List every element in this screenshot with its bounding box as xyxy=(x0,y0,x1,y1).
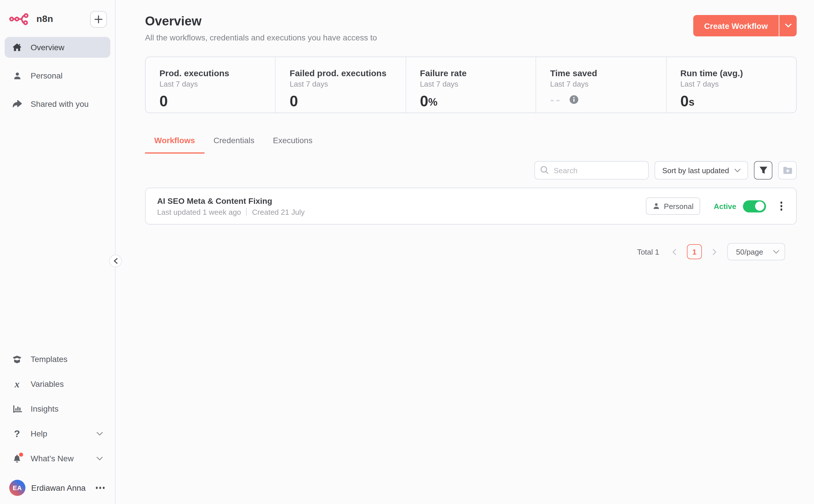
search-box xyxy=(535,161,649,180)
tab-executions[interactable]: Executions xyxy=(264,136,322,154)
stat-card-failure-rate: Failure rate Last 7 days 0% xyxy=(405,57,536,113)
stats-summary: Prod. executions Last 7 days 0 Failed pr… xyxy=(145,57,797,113)
stat-period: Last 7 days xyxy=(680,80,782,88)
sidebar-item-label: Shared with you xyxy=(31,99,89,109)
sidebar-item-variables[interactable]: x Variables xyxy=(5,374,110,394)
user-icon xyxy=(653,203,660,210)
stat-period: Last 7 days xyxy=(550,80,652,88)
home-icon xyxy=(12,43,22,52)
stat-label: Prod. executions xyxy=(159,68,261,78)
toggle-knob xyxy=(755,201,764,211)
pagination: Total 1 1 50/page xyxy=(145,243,797,260)
tab-credentials[interactable]: Credentials xyxy=(204,136,264,154)
ellipsis-icon[interactable] xyxy=(96,487,105,489)
pagination-total: Total 1 xyxy=(637,247,659,256)
chevron-down-icon xyxy=(785,24,791,28)
sidebar-item-label: Variables xyxy=(31,379,64,389)
stat-value: 0 xyxy=(159,94,261,109)
stat-period: Last 7 days xyxy=(290,80,392,88)
stat-label: Run time (avg.) xyxy=(680,68,782,78)
page-size-select[interactable]: 50/page xyxy=(727,243,785,260)
workflow-controls: Personal Active xyxy=(646,197,785,215)
sidebar-item-insights[interactable]: Insights xyxy=(5,398,110,419)
stat-label: Failed prod. executions xyxy=(290,68,392,78)
question-icon: ? xyxy=(12,429,22,438)
sidebar-item-help[interactable]: ? Help xyxy=(5,423,110,444)
sidebar-bottom-nav: Templates x Variables I xyxy=(5,349,110,496)
owner-badge[interactable]: Personal xyxy=(646,197,701,215)
info-icon[interactable] xyxy=(570,95,578,104)
box-icon xyxy=(12,355,22,363)
next-page-button[interactable] xyxy=(711,247,718,256)
user-name: Erdiawan Anna xyxy=(31,483,85,492)
filter-button[interactable] xyxy=(754,161,772,180)
user-menu[interactable]: EA Erdiawan Anna xyxy=(5,473,110,496)
brand-name: n8n xyxy=(36,14,53,24)
new-folder-button[interactable] xyxy=(778,161,797,180)
page-title: Overview xyxy=(145,14,377,29)
sidebar-nav: Overview Personal Shared with you xyxy=(5,37,110,122)
chart-icon xyxy=(12,405,22,413)
page-subtitle: All the workflows, credentials and execu… xyxy=(145,33,377,42)
create-workflow-split-button: Create Workflow xyxy=(693,15,797,36)
stat-value: 0% xyxy=(420,94,522,109)
sidebar-item-label: Templates xyxy=(31,354,68,364)
kebab-menu-icon[interactable] xyxy=(778,199,785,213)
search-input[interactable] xyxy=(535,161,649,180)
avatar: EA xyxy=(9,480,25,496)
sidebar-item-label: What’s New xyxy=(31,454,74,463)
create-workflow-button[interactable]: Create Workflow xyxy=(693,15,779,36)
create-workflow-dropdown-button[interactable] xyxy=(779,15,797,36)
stat-card-failed-executions: Failed prod. executions Last 7 days 0 xyxy=(275,57,405,113)
plus-icon xyxy=(94,15,103,23)
sidebar-item-label: Help xyxy=(31,429,47,438)
sidebar-item-label: Insights xyxy=(31,404,59,413)
workflow-meta: Last updated 1 week ago Created 21 July xyxy=(157,208,305,216)
workflow-info: AI SEO Meta & Content Fixing Last update… xyxy=(157,196,305,216)
sidebar-item-templates[interactable]: Templates xyxy=(5,349,110,369)
page-number-button[interactable]: 1 xyxy=(687,244,702,259)
folder-plus-icon xyxy=(783,166,792,174)
user-icon xyxy=(12,71,22,80)
page-size-value: 50/page xyxy=(736,247,763,256)
stat-card-run-time: Run time (avg.) Last 7 days 0s xyxy=(666,57,796,113)
workflow-row[interactable]: AI SEO Meta & Content Fixing Last update… xyxy=(145,188,797,225)
filter-icon xyxy=(759,166,768,174)
bell-icon xyxy=(12,454,22,463)
sidebar-item-whats-new[interactable]: What’s New xyxy=(5,448,110,469)
notification-dot xyxy=(19,453,23,457)
sort-label: Sort by last updated xyxy=(662,166,729,175)
stat-value: 0 xyxy=(290,94,392,109)
sidebar-item-label: Personal xyxy=(31,71,63,80)
logo-row: n8n xyxy=(5,7,110,30)
stat-label: Failure rate xyxy=(420,68,522,78)
prev-page-button[interactable] xyxy=(671,247,678,256)
sort-dropdown[interactable]: Sort by last updated xyxy=(655,161,748,180)
stat-period: Last 7 days xyxy=(159,80,261,88)
meta-divider xyxy=(246,208,247,216)
status-label: Active xyxy=(714,202,736,210)
page-header: Overview All the workflows, credentials … xyxy=(145,14,797,42)
app-root: n8n Overview xyxy=(0,0,814,504)
search-icon xyxy=(541,166,549,177)
sidebar-item-personal[interactable]: Personal xyxy=(5,65,110,86)
stat-label: Time saved xyxy=(550,68,652,78)
chevron-down-icon xyxy=(734,168,741,172)
workflow-updated: Last updated 1 week ago xyxy=(157,208,241,216)
sidebar-item-shared[interactable]: Shared with you xyxy=(5,94,110,114)
tab-workflows[interactable]: Workflows xyxy=(145,136,204,154)
tab-bar: Workflows Credentials Executions xyxy=(145,136,797,154)
sidebar-item-label: Overview xyxy=(31,43,64,52)
active-toggle[interactable] xyxy=(743,200,766,212)
new-workflow-button[interactable] xyxy=(90,11,107,27)
sidebar-item-overview[interactable]: Overview xyxy=(5,37,110,58)
chevron-down-icon xyxy=(96,456,103,460)
variables-x-icon: x xyxy=(12,379,22,389)
sidebar-collapse-button[interactable] xyxy=(109,255,122,267)
stat-value: -- xyxy=(550,94,652,106)
share-icon xyxy=(12,100,22,108)
sidebar: n8n Overview xyxy=(0,0,115,504)
owner-label: Personal xyxy=(664,202,694,210)
list-toolbar: Sort by last updated xyxy=(145,161,797,180)
stat-period: Last 7 days xyxy=(420,80,522,88)
